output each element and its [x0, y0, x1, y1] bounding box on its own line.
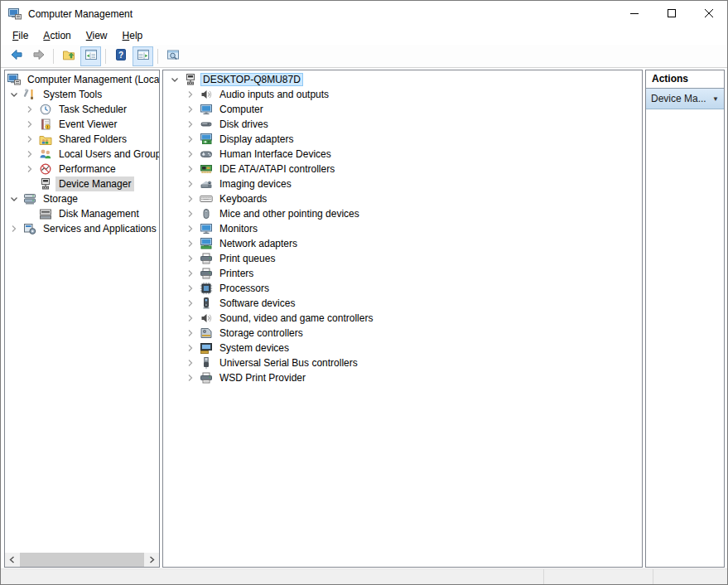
chevron-right-icon[interactable] — [23, 162, 36, 176]
chevron-right-icon[interactable] — [184, 237, 197, 250]
event-viewer-icon — [39, 118, 52, 131]
console-properties-button[interactable] — [162, 46, 183, 66]
chevron-right-icon[interactable] — [184, 341, 197, 355]
menu-file[interactable]: File — [5, 27, 36, 44]
console-tree-item[interactable]: System Tools — [5, 87, 159, 102]
device-tree-item[interactable]: Print queues — [163, 251, 642, 266]
device-manager-icon — [39, 177, 52, 191]
device-tree-item[interactable]: Storage controllers — [163, 326, 642, 341]
menu-view[interactable]: View — [79, 27, 115, 44]
tree-item-label: Audio inputs and outputs — [216, 87, 332, 102]
actions-pane: Actions Device Ma... ▼ — [645, 70, 725, 568]
chevron-down-icon[interactable] — [168, 73, 181, 86]
console-tree-item[interactable]: Computer Management (Local) — [5, 72, 159, 87]
chevron-right-icon[interactable] — [184, 326, 197, 340]
device-tree-item[interactable]: Universal Serial Bus controllers — [163, 355, 642, 370]
device-tree-item[interactable]: IDE ATA/ATAPI controllers — [163, 162, 642, 176]
chevron-right-icon[interactable] — [184, 267, 197, 280]
device-tree-item[interactable]: Imaging devices — [163, 176, 642, 191]
show-hide-console-tree-button[interactable] — [80, 46, 101, 66]
computer-device-icon — [184, 73, 197, 86]
device-tree-item[interactable]: Software devices — [163, 296, 642, 311]
console-tree-item[interactable]: Device Manager — [5, 176, 159, 191]
console-tree-item[interactable]: Disk Management — [5, 206, 159, 221]
chevron-right-icon[interactable] — [184, 177, 197, 191]
actions-device-manager-dropdown[interactable]: Device Ma... ▼ — [646, 89, 724, 109]
device-tree-item[interactable]: Keyboards — [163, 191, 642, 206]
device-tree-item[interactable]: Processors — [163, 281, 642, 296]
navigate-forward-button[interactable] — [28, 46, 49, 66]
chevron-right-icon[interactable] — [23, 103, 36, 116]
folder-up-arrow-icon — [62, 48, 75, 64]
help-question-icon: ? — [114, 48, 128, 64]
toolbar: ? — [1, 45, 727, 68]
chevron-right-icon[interactable] — [184, 297, 197, 310]
device-tree-item[interactable]: Computer — [163, 102, 642, 117]
device-tree-item[interactable]: Disk drives — [163, 117, 642, 132]
chevron-right-icon[interactable] — [184, 252, 197, 265]
console-tree-item[interactable]: Local Users and Groups — [5, 147, 159, 162]
chevron-right-icon[interactable] — [184, 282, 197, 295]
chevron-right-icon[interactable] — [184, 118, 197, 131]
chevron-right-icon[interactable] — [184, 162, 197, 176]
tree-item-label: Performance — [55, 162, 119, 176]
chevron-right-icon[interactable] — [184, 133, 197, 146]
scrollbar-thumb[interactable] — [20, 553, 144, 567]
device-tree-item[interactable]: Monitors — [163, 221, 642, 236]
chevron-right-icon[interactable] — [23, 133, 36, 146]
console-tree-item[interactable]: Performance — [5, 162, 159, 176]
chevron-right-icon[interactable] — [23, 147, 36, 161]
chevron-right-icon[interactable] — [184, 371, 197, 384]
show-hide-action-pane-button[interactable] — [133, 46, 153, 66]
actions-pane-title: Actions — [646, 70, 724, 89]
device-tree-item[interactable]: Printers — [163, 266, 642, 281]
chevron-right-icon[interactable] — [184, 207, 197, 220]
scrollbar-track[interactable] — [19, 553, 145, 567]
close-button[interactable] — [690, 1, 727, 27]
device-tree-item[interactable]: Human Interface Devices — [163, 147, 642, 162]
menu-help[interactable]: Help — [115, 27, 151, 44]
forward-arrow-icon — [32, 48, 46, 64]
system-device-icon — [200, 341, 213, 355]
device-tree-item[interactable]: Audio inputs and outputs — [163, 87, 642, 102]
console-tree-item[interactable]: Services and Applications — [5, 221, 159, 236]
scroll-right-button[interactable] — [145, 553, 159, 567]
console-tree-item[interactable]: Shared Folders — [5, 132, 159, 147]
navigate-back-button[interactable] — [6, 46, 27, 66]
up-one-level-button[interactable] — [58, 46, 79, 66]
minimize-button[interactable] — [615, 1, 653, 27]
device-tree-item[interactable]: DESKTOP-Q8MU87D — [163, 72, 642, 87]
device-tree-item[interactable]: System devices — [163, 341, 642, 355]
tree-item-label: System devices — [216, 341, 292, 355]
device-tree-item[interactable]: Mice and other pointing devices — [163, 206, 642, 221]
menu-action[interactable]: Action — [36, 27, 78, 44]
chevron-right-icon[interactable] — [184, 192, 197, 205]
scroll-left-button[interactable] — [5, 553, 19, 567]
maximize-button[interactable] — [653, 1, 690, 27]
device-tree-item[interactable]: Display adapters — [163, 132, 642, 147]
chevron-right-icon[interactable] — [184, 103, 197, 116]
device-tree-item[interactable]: Network adapters — [163, 236, 642, 251]
chevron-right-icon[interactable] — [7, 222, 21, 235]
console-tree-item[interactable]: Storage — [5, 191, 159, 206]
chevron-down-icon[interactable] — [7, 88, 21, 101]
device-tree-item[interactable]: WSD Print Provider — [163, 370, 642, 385]
chevron-right-icon[interactable] — [184, 88, 197, 101]
horizontal-scrollbar[interactable] — [5, 553, 159, 567]
processor-icon — [200, 282, 213, 295]
console-tree-item[interactable]: Event Viewer — [5, 117, 159, 132]
chevron-right-icon[interactable] — [184, 147, 197, 161]
chevron-down-icon[interactable] — [7, 192, 21, 205]
device-tree-item[interactable]: Sound, video and game controllers — [163, 311, 642, 326]
computer-monitor-icon — [200, 103, 213, 116]
chevron-right-icon[interactable] — [184, 222, 197, 235]
help-button[interactable]: ? — [110, 46, 131, 66]
chevron-right-icon[interactable] — [184, 312, 197, 325]
tree-item-label: Computer Management (Local) — [24, 72, 159, 87]
tree-item-label: Task Scheduler — [55, 102, 130, 117]
tree-item-label: Computer — [216, 102, 267, 117]
performance-icon — [39, 162, 52, 176]
chevron-right-icon[interactable] — [184, 356, 197, 370]
chevron-right-icon[interactable] — [23, 118, 36, 131]
console-tree-item[interactable]: Task Scheduler — [5, 102, 159, 117]
